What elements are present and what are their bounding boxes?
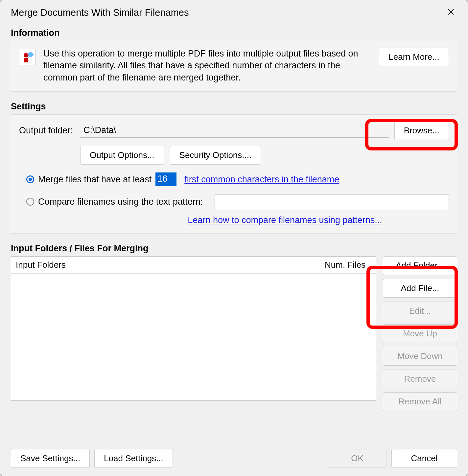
svg-point-4 [28, 52, 34, 57]
dialog-title: Merge Documents With Similar Filenames [11, 7, 189, 18]
output-folder-label: Output folder: [19, 125, 75, 136]
remove-all-button[interactable]: Remove All [383, 392, 457, 411]
info-icon [19, 49, 35, 65]
learn-patterns-link[interactable]: Learn how to compare filenames using pat… [188, 215, 382, 225]
ok-button[interactable]: OK [328, 449, 387, 468]
close-button[interactable] [445, 7, 457, 18]
svg-point-2 [24, 53, 28, 57]
cancel-button[interactable]: Cancel [391, 449, 457, 468]
table-header-row: Input Folders Num. Files [11, 257, 376, 274]
remove-button[interactable]: Remove [383, 370, 457, 388]
close-icon [447, 8, 455, 15]
title-bar: Merge Documents With Similar Filenames [11, 7, 457, 18]
add-folder-button[interactable]: Add Folder... [383, 256, 457, 275]
table-side-buttons: Add Folder... Add File... Edit... Move U… [383, 256, 457, 411]
svg-rect-3 [24, 58, 28, 62]
browse-button[interactable]: Browse... [394, 121, 449, 140]
add-file-button[interactable]: Add File... [383, 279, 457, 298]
footer: Save Settings... Load Settings... OK Can… [11, 449, 457, 468]
input-folders-table[interactable]: Input Folders Num. Files [11, 256, 376, 401]
settings-header: Settings [11, 102, 457, 112]
security-options-button[interactable]: Security Options.... [170, 146, 261, 165]
compare-pattern-radio[interactable] [26, 198, 34, 206]
merge-dialog: Merge Documents With Similar Filenames I… [0, 0, 468, 476]
information-header: Information [11, 28, 457, 38]
information-description: Use this operation to merge multiple PDF… [43, 48, 364, 83]
save-settings-button[interactable]: Save Settings... [11, 449, 90, 468]
output-options-button[interactable]: Output Options... [80, 146, 164, 165]
column-input-folders[interactable]: Input Folders [11, 257, 320, 273]
learn-more-button[interactable]: Learn More... [379, 48, 449, 66]
common-chars-input[interactable] [155, 172, 176, 186]
information-box: Use this operation to merge multiple PDF… [11, 41, 457, 92]
common-chars-link[interactable]: first common characters in the filename [184, 174, 339, 185]
move-down-button[interactable]: Move Down [383, 347, 457, 366]
settings-box: Output folder: Browse... Output Options.… [11, 114, 457, 234]
pattern-input[interactable] [215, 194, 449, 209]
load-settings-button[interactable]: Load Settings... [94, 449, 173, 468]
input-section-header: Input Folders / Files For Merging [11, 243, 457, 254]
edit-button[interactable]: Edit... [383, 302, 457, 320]
merge-by-chars-radio[interactable] [26, 175, 34, 183]
output-folder-input[interactable] [80, 124, 389, 138]
column-num-files[interactable]: Num. Files [320, 257, 376, 273]
compare-pattern-label: Compare filenames using the text pattern… [38, 197, 203, 207]
input-table-area: Input Folders Num. Files Add Folder... A… [11, 256, 457, 411]
move-up-button[interactable]: Move Up [383, 324, 457, 343]
merge-by-chars-label-prefix: Merge files that have at least [38, 174, 152, 185]
